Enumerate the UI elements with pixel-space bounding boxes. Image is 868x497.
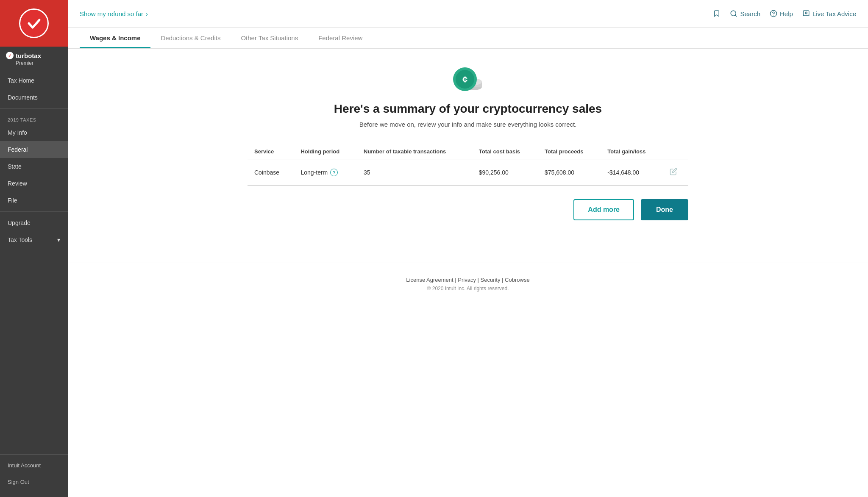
col-gain-loss: Total gain/loss [601,143,663,159]
sidebar-navigation: Tax Home Documents 2019 TAXES My Info Fe… [0,69,68,447]
col-cost-basis: Total cost basis [472,143,538,159]
col-holding-period: Holding period [294,143,357,159]
svg-point-5 [805,12,807,14]
sidebar-item-documents[interactable]: Documents [0,89,68,106]
cell-cost-basis: $90,256.00 [472,159,538,186]
sidebar-item-tax-home[interactable]: Tax Home [0,72,68,89]
page-title: Here's a summary of your cryptocurrency … [248,102,688,116]
page-footer: License Agreement | Privacy | Security |… [68,263,868,305]
done-button[interactable]: Done [641,199,688,220]
live-tax-advice-label: Live Tax Advice [812,10,856,17]
sidebar-item-review[interactable]: Review [0,175,68,192]
col-service: Service [248,143,294,159]
topbar: Show my refund so far › Search Help [68,0,868,28]
help-button[interactable]: Help [770,10,793,17]
bookmark-button[interactable] [713,10,721,17]
sidebar: ✓ turbotax Premier Tax Home Documents 20… [0,0,68,497]
cell-holding-period: Long-term ? [294,159,357,186]
sidebar-item-intuit-account[interactable]: Intuit Account [0,457,68,474]
holding-period-help-icon[interactable]: ? [330,169,338,176]
brand-icon: ✓ [6,52,14,59]
hero-icon: ¢ [248,66,688,95]
tab-federal-review[interactable]: Federal Review [308,28,373,48]
search-button[interactable]: Search [730,10,760,17]
sidebar-section-label: 2019 TAXES [0,111,68,124]
cell-service: Coinbase [248,159,294,186]
page-content: ¢ Here's a summary of your cryptocurrenc… [68,49,868,497]
topbar-right: Search Help Live Tax Advice [713,10,856,17]
sidebar-item-file[interactable]: File [0,192,68,209]
brand-name: turbotax [16,52,41,59]
col-proceeds: Total proceeds [538,143,601,159]
chevron-down-icon: ▾ [57,236,60,243]
footer-links: License Agreement | Privacy | Security |… [81,277,854,283]
footer-privacy[interactable]: Privacy [458,277,476,283]
chevron-right-icon: › [146,10,148,17]
main-area: Show my refund so far › Search Help [68,0,868,497]
add-more-button[interactable]: Add more [573,199,634,220]
svg-line-1 [735,15,737,16]
sidebar-item-upgrade[interactable]: Upgrade [0,214,68,231]
cell-proceeds: $75,608.00 [538,159,601,186]
sidebar-bottom: Intuit Account Sign Out [0,447,68,497]
search-label: Search [740,10,760,17]
footer-cobrowse[interactable]: Cobrowse [505,277,530,283]
cell-transactions: 35 [357,159,472,186]
col-transactions: Number of taxable transactions [357,143,472,159]
brand-sub: Premier [16,60,33,66]
footer-security[interactable]: Security [481,277,501,283]
live-tax-advice-button[interactable]: Live Tax Advice [802,10,856,17]
crypto-summary: ¢ Here's a summary of your cryptocurrenc… [235,49,701,246]
crypto-summary-table: Service Holding period Number of taxable… [248,143,688,186]
action-buttons: Add more Done [248,199,688,220]
refund-link[interactable]: Show my refund so far › [80,10,148,17]
tab-deductions-credits[interactable]: Deductions & Credits [150,28,231,48]
help-label: Help [780,10,793,17]
turbotax-logo [19,8,49,38]
svg-rect-4 [803,11,809,15]
svg-text:¢: ¢ [462,74,467,85]
table-row: Coinbase Long-term ? 35 $90,256.00 $75,6… [248,159,688,186]
page-subtitle: Before we move on, review your info and … [248,121,688,128]
tab-wages-income[interactable]: Wages & Income [80,28,150,48]
cell-gain-loss: -$14,648.00 [601,159,663,186]
tab-other-tax[interactable]: Other Tax Situations [231,28,308,48]
brand-turbotax: ✓ turbotax [6,52,41,59]
edit-icon[interactable] [670,170,677,177]
sidebar-item-state[interactable]: State [0,158,68,175]
col-actions [663,143,688,159]
sidebar-item-federal[interactable]: Federal [0,141,68,158]
hero-section: ¢ Here's a summary of your cryptocurrenc… [248,66,688,128]
sidebar-item-sign-out[interactable]: Sign Out [0,474,68,490]
sidebar-item-tax-tools[interactable]: Tax Tools ▾ [0,231,68,248]
sidebar-logo-area [0,0,68,47]
footer-license[interactable]: License Agreement [406,277,453,283]
sidebar-item-my-info[interactable]: My Info [0,124,68,141]
sidebar-brand: ✓ turbotax Premier [0,47,68,69]
footer-copyright: © 2020 Intuit Inc. All rights reserved. [81,286,854,292]
main-tabs: Wages & Income Deductions & Credits Othe… [68,28,868,49]
cell-edit [663,159,688,186]
